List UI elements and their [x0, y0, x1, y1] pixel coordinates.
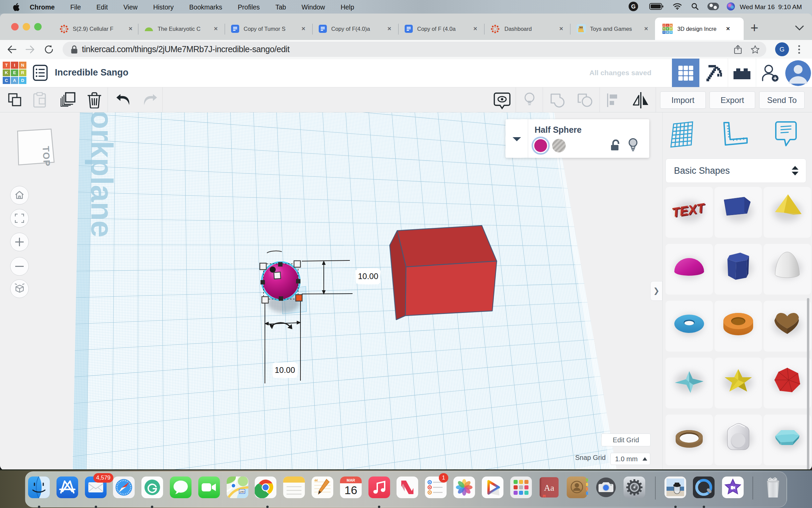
svg-text:“: “: [314, 477, 318, 486]
svg-text:MAR: MAR: [346, 478, 355, 482]
svg-text:280: 280: [240, 490, 244, 493]
svg-text:10.00: 10.00: [358, 272, 378, 281]
svg-text:10.00: 10.00: [275, 365, 295, 375]
svg-text:G: G: [631, 3, 635, 10]
svg-text:TOP: TOP: [41, 146, 52, 167]
svg-text:Aa: Aa: [544, 483, 555, 493]
svg-text:orkplane: orkplane: [85, 112, 119, 237]
svg-text:16: 16: [344, 484, 357, 496]
